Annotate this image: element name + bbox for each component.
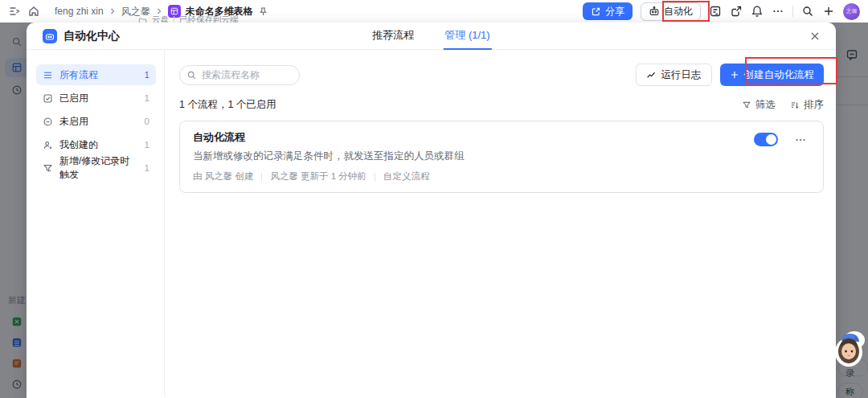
nav-item-enabled[interactable]: 已启用 1 [36, 88, 156, 109]
robot-icon [649, 6, 660, 17]
screen: 搜索 数据 仪表 新建 导入 数据 收集 仪表 工 [0, 0, 868, 398]
flow-title: 自动化流程 [193, 130, 810, 145]
sort-button[interactable]: 排序 [790, 98, 824, 112]
robot-icon [43, 29, 57, 43]
run-log-label: 运行日志 [661, 68, 702, 82]
tab-recommended-flows[interactable]: 推荐流程 [371, 23, 416, 50]
tab-manage[interactable]: 管理 (1/1) [443, 23, 491, 50]
flows-list-header: 1 个流程，1 个已启用 筛选 排序 [179, 98, 824, 112]
nav-item-count: 1 [145, 140, 149, 150]
flow-enabled-toggle[interactable] [754, 133, 778, 146]
open-in-app-icon[interactable] [730, 5, 743, 18]
create-automation-flow-button[interactable]: 创建自动化流程 [720, 64, 825, 86]
check-square-icon [43, 93, 53, 104]
sort-label: 排序 [804, 98, 824, 112]
person-plus-icon [43, 140, 53, 150]
pin-icon[interactable] [258, 6, 268, 17]
history-icon[interactable] [709, 5, 722, 18]
flow-card[interactable]: 自动化流程 当新增或修改的记录满足条件时，就发送至指定的人员或群组 由 风之馨 … [179, 121, 824, 193]
nav-item-all-flows[interactable]: 所有流程 1 [36, 64, 156, 85]
share-button-label: 分享 [605, 5, 624, 18]
user-avatar[interactable]: 之馨 [843, 3, 860, 20]
nav-item-label: 所有流程 [59, 68, 98, 82]
modal-header: 自动化中心 推荐流程 管理 (1/1) [27, 23, 836, 50]
nav-item-label: 新增/修改记录时触发 [59, 154, 138, 182]
nav-item-count: 1 [145, 93, 149, 103]
topbar-actions: 分享 自动化 之馨 [583, 2, 860, 21]
flows-summary: 1 个流程，1 个已启用 [179, 98, 276, 112]
automation-button-label: 自动化 [664, 5, 693, 18]
nav-item-record-trigger[interactable]: 新增/修改记录时触发 1 [36, 158, 156, 178]
nav-item-count: 0 [145, 117, 149, 126]
list-icon [43, 70, 53, 80]
nav-item-label: 已启用 [59, 92, 88, 105]
flow-description: 当新增或修改的记录满足条件时，就发送至指定的人员或群组 [193, 150, 810, 163]
run-log-button[interactable]: 运行日志 [636, 64, 712, 86]
flow-meta: 由 风之馨 创建 风之馨 更新于 1 分钟前 自定义流程 [193, 170, 810, 183]
divider [375, 173, 375, 181]
close-icon[interactable] [809, 30, 821, 43]
plus-icon[interactable] [822, 5, 835, 18]
trigger-funnel-icon [43, 163, 53, 174]
nav-item-label: 未启用 [59, 115, 88, 129]
create-automation-flow-label: 创建自动化流程 [744, 68, 815, 82]
flows-toolbar: 运行日志 创建自动化流程 [179, 64, 824, 86]
flow-search-input[interactable] [179, 65, 300, 85]
share-icon [591, 6, 601, 17]
nav-item-disabled[interactable]: 未启用 0 [36, 111, 156, 132]
chevron-right-icon [108, 7, 117, 15]
share-button[interactable]: 分享 [583, 2, 633, 20]
modal-nav: 所有流程 1 已启用 1 未启用 0 我创建的 1 [27, 50, 165, 397]
topbar: feng zhi xin 风之馨 未命名多维表格 云盘 已经保存到云端 分享 自… [0, 0, 868, 23]
flow-creator: 由 风之馨 创建 [193, 170, 253, 183]
automation-button[interactable]: 自动化 [641, 2, 701, 21]
filter-label: 筛选 [755, 98, 776, 112]
nav-item-label: 我创建的 [59, 138, 98, 152]
collapse-sidebar-icon[interactable] [8, 5, 21, 18]
divider [792, 6, 793, 17]
flow-updated: 风之馨 更新于 1 分钟前 [270, 170, 366, 183]
automation-center-modal: 自动化中心 推荐流程 管理 (1/1) 所有流程 1 已启用 1 [27, 23, 836, 398]
line-chart-icon [646, 70, 657, 80]
nav-item-created-by-me[interactable]: 我创建的 1 [36, 134, 156, 155]
search-icon[interactable] [801, 5, 814, 18]
breadcrumb-item[interactable]: feng zhi xin [55, 6, 104, 17]
divider [261, 173, 262, 181]
modal-title: 自动化中心 [63, 29, 120, 43]
flow-type: 自定义流程 [383, 170, 430, 183]
modal-tabs: 推荐流程 管理 (1/1) [371, 23, 491, 50]
assistant-avatar[interactable] [833, 330, 868, 367]
search-icon [186, 70, 197, 80]
sort-icon [790, 101, 800, 110]
disabled-circle-icon [43, 117, 53, 127]
flow-search [179, 65, 300, 85]
filter-button[interactable]: 筛选 [742, 98, 776, 112]
modal-content: 运行日志 创建自动化流程 1 个流程，1 个已启用 筛选 [165, 50, 836, 397]
more-icon[interactable] [772, 5, 784, 18]
filter-icon [742, 101, 751, 110]
nav-item-count: 1 [145, 163, 149, 173]
nav-item-count: 1 [145, 70, 149, 80]
notifications-icon[interactable] [751, 5, 764, 18]
home-icon[interactable] [27, 5, 40, 18]
flow-more-icon[interactable] [794, 133, 807, 146]
plus-icon [730, 70, 739, 80]
